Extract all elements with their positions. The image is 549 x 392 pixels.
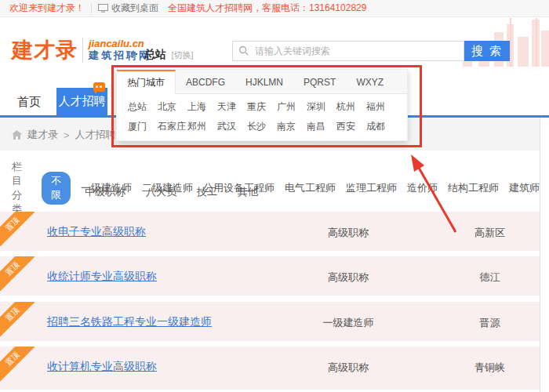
city-grid: 总站 北京 上海 天津 重庆 广州 深圳 杭州 福州 厦门 石家庄 郑州 武汉 … xyxy=(128,100,396,133)
city-link[interactable]: 总站 xyxy=(128,100,158,114)
search-input[interactable] xyxy=(232,41,464,61)
breadcrumb-current: 人才招聘 xyxy=(75,128,116,142)
city-link[interactable]: 武汉 xyxy=(217,120,247,133)
job-row: 置顶 收统计师专业高级职称 高级职称 德江 xyxy=(0,256,540,296)
filter-item[interactable]: 中级职称 xyxy=(85,185,125,199)
job-category: 高级职称 xyxy=(309,270,387,285)
filter-item[interactable]: 电气工程师 xyxy=(285,181,336,195)
city-link[interactable]: 长沙 xyxy=(247,120,277,133)
search-icon xyxy=(238,45,249,56)
city-link[interactable]: 南京 xyxy=(277,120,307,133)
job-location: 德江 xyxy=(456,270,523,285)
city-link[interactable]: 重庆 xyxy=(247,100,277,114)
favorite-label: 收藏到桌面 xyxy=(111,2,158,15)
city-link[interactable]: 杭州 xyxy=(336,100,366,114)
city-tab-hot[interactable]: 热门城市 xyxy=(117,70,176,94)
page-right-edge xyxy=(540,118,540,392)
filter-item-all[interactable]: 不限 xyxy=(42,172,71,205)
job-location: 青铜峡 xyxy=(456,361,523,375)
job-title-link[interactable]: 招聘三名铁路工程专业一级建造师 xyxy=(47,315,212,329)
pinned-ribbon: 置顶 xyxy=(0,347,35,381)
breadcrumb: 建才录 > 人才招聘 xyxy=(12,128,116,142)
topbar: 欢迎来到建才录！ 收藏到桌面 全国建筑人才招聘网，客服电话：1316410282… xyxy=(0,0,549,17)
city-selector-panel: 热门城市 ABCDFG HJKLMN PQRST WXYZ 总站 北京 上海 天… xyxy=(116,69,408,141)
filter-item[interactable]: 结构工程师 xyxy=(448,181,499,195)
city-link[interactable]: 南昌 xyxy=(307,120,336,133)
pinned-ribbon: 置顶 xyxy=(0,256,35,291)
category-filters: 栏目分类 不限 一级建造师 二级建造师 公用设备工程师 电气工程师 监理工程师 … xyxy=(0,151,540,212)
filter-item[interactable]: 造价师 xyxy=(407,181,438,195)
logo-divider xyxy=(82,38,83,63)
job-category: 一级建造师 xyxy=(309,316,387,330)
hotline-text: 全国建筑人才招聘网，客服电话：13164102829 xyxy=(168,2,366,15)
job-category: 高级职称 xyxy=(309,361,387,375)
city-link[interactable]: 郑州 xyxy=(187,120,217,133)
nav-item-jobs[interactable]: 人才招聘 xyxy=(56,88,107,115)
city-tab-hjklmn[interactable]: HJKLMN xyxy=(235,70,293,93)
city-link[interactable]: 深圳 xyxy=(307,100,336,114)
filter-item[interactable]: 建筑师 xyxy=(509,181,540,195)
city-link[interactable]: 广州 xyxy=(277,100,307,114)
filter-item[interactable]: 监理工程师 xyxy=(346,181,397,195)
job-title-link[interactable]: 收电子专业高级职称 xyxy=(47,225,146,239)
city-link[interactable]: 福州 xyxy=(366,100,396,114)
breadcrumb-home-link[interactable]: 建才录 xyxy=(27,128,58,142)
monitor-icon xyxy=(98,4,108,13)
job-row: 置顶 收电子专业高级职称 高级职称 高新区 xyxy=(0,212,540,251)
nav-item-home[interactable]: 首页 xyxy=(17,95,41,110)
station-dot: · xyxy=(135,48,139,60)
city-link[interactable]: 成都 xyxy=(366,120,396,133)
filter-item[interactable]: 技工 xyxy=(197,185,217,199)
city-link[interactable]: 西安 xyxy=(336,120,366,133)
favorite-to-desktop-link[interactable]: 收藏到桌面 xyxy=(98,2,158,15)
station-selector: ·总站 [切换] xyxy=(135,48,194,62)
job-title-link[interactable]: 收统计师专业高级职称 xyxy=(47,270,157,284)
job-location: 晋源 xyxy=(456,316,523,330)
pinned-ribbon: 置顶 xyxy=(0,302,35,336)
city-tab-wxyz[interactable]: WXYZ xyxy=(346,70,394,93)
search-box: 搜 索 xyxy=(232,41,510,61)
station-name: 总站 xyxy=(144,48,166,60)
filter-item[interactable]: 其他 xyxy=(238,185,258,199)
logo-text: 建才录 xyxy=(12,40,78,61)
header: 建才录 jiancailu.cn 建筑招聘网 ·总站 [切换] 搜 索 xyxy=(0,18,549,67)
city-panel-tabs: 热门城市 ABCDFG HJKLMN PQRST WXYZ xyxy=(117,70,407,94)
job-title-link[interactable]: 收计算机专业高级职称 xyxy=(47,360,157,374)
topbar-divider xyxy=(91,4,92,13)
city-link[interactable]: 厦门 xyxy=(128,120,158,133)
search-button[interactable]: 搜 索 xyxy=(464,41,510,61)
breadcrumb-separator: > xyxy=(64,129,70,141)
city-link[interactable]: 石家庄 xyxy=(158,120,187,133)
city-link[interactable]: 天津 xyxy=(217,100,247,114)
city-tab-pqrst[interactable]: PQRST xyxy=(293,70,346,93)
filter-item[interactable]: 八大员 xyxy=(146,185,176,199)
city-link[interactable]: 上海 xyxy=(187,100,217,114)
job-row: 置顶 收计算机专业高级职称 高级职称 青铜峡 xyxy=(0,347,540,390)
home-icon xyxy=(12,130,22,140)
site-logo[interactable]: 建才录 jiancailu.cn 建筑招聘网 xyxy=(12,38,151,63)
job-location: 高新区 xyxy=(456,226,523,240)
job-row: 置顶 招聘三名铁路工程专业一级建造师 一级建造师 晋源 xyxy=(0,302,540,341)
filter-label: 栏目分类 xyxy=(12,160,31,216)
station-switch-link[interactable]: [切换] xyxy=(172,50,194,60)
city-link[interactable]: 北京 xyxy=(158,100,187,114)
hot-badge-icon xyxy=(93,82,105,92)
city-tab-abcdfg[interactable]: ABCDFG xyxy=(176,70,235,93)
job-category: 高级职称 xyxy=(309,226,387,240)
welcome-text: 欢迎来到建才录！ xyxy=(9,2,85,15)
pinned-ribbon: 置顶 xyxy=(0,212,35,246)
